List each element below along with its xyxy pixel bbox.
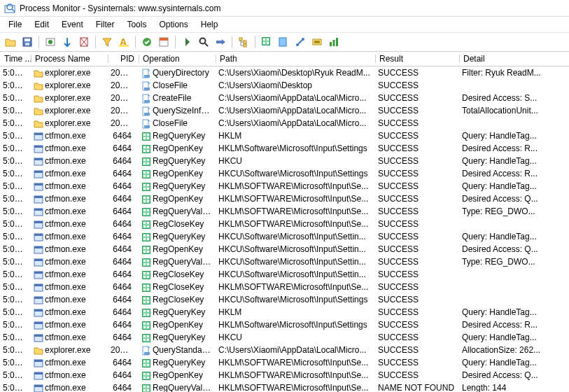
event-row[interactable]: 5:06:4...ctfmon.exe6464RegQueryValueHKCU…: [0, 255, 569, 268]
toolbar-save-button[interactable]: [20, 34, 35, 50]
toolbar-open-button[interactable]: [3, 34, 18, 50]
process-icon: [34, 321, 43, 330]
event-row[interactable]: 5:06:4...ctfmon.exe6464RegOpenKeyHKCU\So…: [0, 167, 569, 180]
event-row[interactable]: 5:06:4...explorer.exe20680QuerySizeInfor…: [0, 104, 569, 117]
cell-detail: Desired Access: Q...: [459, 192, 569, 205]
event-row[interactable]: 5:06:4...ctfmon.exe6464RegOpenKeyHKLM\So…: [0, 142, 569, 155]
col-operation[interactable]: Operation: [139, 52, 216, 66]
menu-tools[interactable]: Tools: [121, 18, 152, 31]
event-row[interactable]: 5:06:4...ctfmon.exe6464RegQueryValueHKLM…: [0, 382, 569, 392]
cell-time: 5:06:4...: [0, 205, 31, 218]
toolbar-jump-button[interactable]: [179, 34, 195, 50]
cell-detail: Query: HandleTag...: [459, 331, 569, 344]
toolbar-goto-button[interactable]: [213, 34, 228, 50]
toolbar-clear-button[interactable]: [76, 34, 92, 50]
cell-process: ctfmon.exe: [31, 205, 108, 218]
col-pid[interactable]: PID: [108, 52, 139, 66]
col-detail[interactable]: Detail: [459, 52, 569, 66]
event-row[interactable]: 5:06:4...ctfmon.exe6464RegCloseKeyHKLM\S…: [0, 281, 569, 293]
cell-result: SUCCESS: [375, 104, 459, 117]
cell-pid: 6464: [108, 142, 139, 155]
cell-result: SUCCESS: [375, 230, 459, 243]
toolbar-include-button[interactable]: [139, 34, 155, 50]
event-row[interactable]: 5:06:4...ctfmon.exe6464RegQueryKeyHKCUSU…: [0, 155, 569, 167]
cell-result: SUCCESS: [375, 318, 459, 331]
cell-path: C:\Users\Xiaomi\AppData\Local\Micro...: [216, 92, 375, 104]
event-row[interactable]: 5:06:4...explorer.exe20680CloseFileC:\Us…: [0, 117, 569, 130]
operation-icon: [141, 94, 151, 104]
cell-detail: Desired Access: R...: [459, 167, 569, 180]
process-icon: [34, 81, 43, 91]
toolbar-bookmark-button[interactable]: [156, 34, 171, 50]
col-time[interactable]: Time ...: [0, 52, 31, 66]
toolbar-autoscroll-button[interactable]: [59, 34, 75, 50]
operation-icon: [141, 232, 151, 242]
event-row[interactable]: 5:06:4...explorer.exe20680CloseFileC:\Us…: [0, 79, 569, 92]
cell-pid: 6464: [108, 306, 139, 318]
event-row[interactable]: 5:06:4...ctfmon.exe6464RegOpenKeyHKLM\So…: [0, 318, 569, 331]
menu-options[interactable]: Options: [153, 18, 193, 31]
event-row[interactable]: 5:06:4...ctfmon.exe6464RegQueryKeyHKLM\S…: [0, 356, 569, 369]
operation-icon: [141, 308, 151, 318]
cell-path: HKCU\Software\Microsoft\Input\Settin...: [216, 230, 375, 243]
operation-icon: [141, 346, 151, 356]
toolbar-tree-button[interactable]: [236, 34, 251, 50]
col-path[interactable]: Path: [216, 52, 375, 66]
cell-operation: RegQueryKey: [139, 331, 216, 344]
event-row[interactable]: 5:06:4...explorer.exe20680CreateFileC:\U…: [0, 92, 569, 104]
event-row[interactable]: 5:06:4...ctfmon.exe6464RegQueryValueHKLM…: [0, 205, 569, 218]
event-row[interactable]: 5:06:4...explorer.exe20680QueryStandardI…: [0, 344, 569, 356]
cell-time: 5:06:4...: [0, 318, 31, 331]
process-icon: [34, 308, 43, 318]
operation-icon: [141, 258, 151, 267]
process-icon: [34, 245, 43, 255]
operation-icon: [141, 81, 151, 91]
cell-path: HKCU\Software\Microsoft\Input\Settin...: [216, 268, 375, 281]
event-row[interactable]: 5:06:4...ctfmon.exe6464RegOpenKeyHKLM\SO…: [0, 192, 569, 205]
toolbar-find-button[interactable]: [196, 34, 211, 50]
toolbar-net-activity-button[interactable]: [293, 34, 308, 50]
event-row[interactable]: 5:06:4...ctfmon.exe6464RegCloseKeyHKCU\S…: [0, 268, 569, 281]
event-row[interactable]: 5:06:4...ctfmon.exe6464RegOpenKeyHKCU\So…: [0, 243, 569, 255]
event-row[interactable]: 5:06:4...ctfmon.exe6464RegQueryKeyHKCUSU…: [0, 331, 569, 344]
toolbar-profiling-button[interactable]: [326, 34, 342, 50]
cell-pid: 6464: [108, 180, 139, 192]
operation-icon: [141, 295, 151, 305]
toolbar-file-activity-button[interactable]: [276, 34, 291, 50]
event-row[interactable]: 5:06:4...explorer.exe20680QueryDirectory…: [0, 66, 569, 80]
cell-detail: Desired Access: Q...: [459, 369, 569, 382]
cell-pid: 6464: [108, 130, 139, 142]
cell-operation: RegQueryValue: [139, 205, 216, 218]
event-row[interactable]: 5:06:4...ctfmon.exe6464RegQueryKeyHKLMSU…: [0, 306, 569, 318]
col-process[interactable]: Process Name: [31, 52, 108, 66]
event-row[interactable]: 5:06:4...ctfmon.exe6464RegOpenKeyHKLM\SO…: [0, 369, 569, 382]
col-result[interactable]: Result: [375, 52, 459, 66]
cell-pid: 6464: [108, 243, 139, 255]
toolbar-proc-activity-button[interactable]: [309, 34, 325, 50]
menu-help[interactable]: Help: [195, 18, 224, 31]
cell-time: 5:06:4...: [0, 142, 31, 155]
menu-event[interactable]: Event: [56, 18, 89, 31]
process-icon: [34, 358, 43, 368]
toolbar-capture-button[interactable]: [43, 34, 58, 50]
cell-result: SUCCESS: [375, 281, 459, 293]
cell-pid: 6464: [108, 293, 139, 306]
menu-filter[interactable]: Filter: [90, 18, 120, 31]
toolbar-filter-button[interactable]: [99, 34, 115, 50]
event-row[interactable]: 5:06:4...ctfmon.exe6464RegQueryKeyHKLM\S…: [0, 180, 569, 192]
cell-result: SUCCESS: [375, 142, 459, 155]
event-row[interactable]: 5:06:4...ctfmon.exe6464RegQueryKeyHKLMSU…: [0, 130, 569, 142]
event-row[interactable]: 5:06:4...ctfmon.exe6464RegCloseKeyHKLM\S…: [0, 218, 569, 230]
column-headers[interactable]: Time ... Process Name PID Operation Path…: [0, 52, 569, 66]
menu-edit[interactable]: Edit: [29, 18, 55, 31]
cell-process: ctfmon.exe: [31, 268, 108, 281]
cell-process: ctfmon.exe: [31, 382, 108, 392]
cell-result: SUCCESS: [375, 369, 459, 382]
cell-detail: TotalAllocationUnit...: [459, 104, 569, 117]
event-row[interactable]: 5:06:4...ctfmon.exe6464RegQueryKeyHKCU\S…: [0, 230, 569, 243]
event-row[interactable]: 5:06:4...ctfmon.exe6464RegCloseKeyHKCU\S…: [0, 293, 569, 306]
toolbar-reg-activity-button[interactable]: [259, 34, 274, 50]
toolbar-highlight-button[interactable]: [116, 34, 132, 50]
menu-file[interactable]: File: [3, 18, 27, 31]
event-list[interactable]: Time ... Process Name PID Operation Path…: [0, 52, 569, 392]
